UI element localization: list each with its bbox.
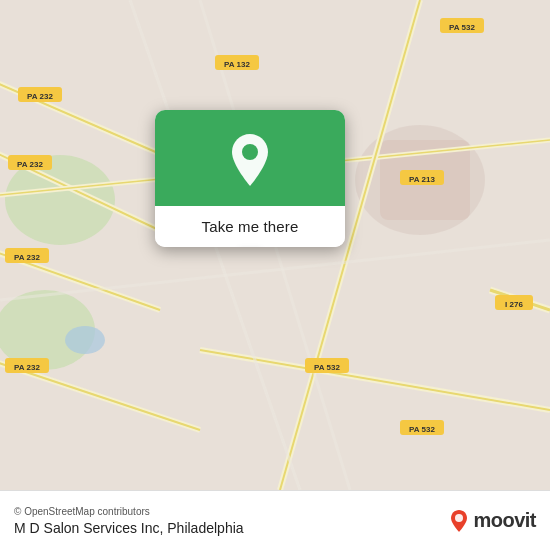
attribution-text: © OpenStreetMap contributors — [14, 506, 244, 517]
popup-card: Take me there — [155, 110, 345, 247]
svg-text:I 276: I 276 — [505, 300, 523, 309]
svg-text:PA 232: PA 232 — [27, 92, 53, 101]
bottom-left: © OpenStreetMap contributors M D Salon S… — [14, 506, 244, 536]
take-me-there-button[interactable]: Take me there — [155, 206, 345, 247]
bottom-bar: © OpenStreetMap contributors M D Salon S… — [0, 490, 550, 550]
svg-point-46 — [455, 514, 463, 522]
map-container: PA 232 PA 232 PA 232 PA 232 PA 132 PA 53… — [0, 0, 550, 490]
svg-point-45 — [242, 144, 258, 160]
svg-text:PA 232: PA 232 — [14, 253, 40, 262]
svg-text:PA 213: PA 213 — [409, 175, 435, 184]
business-name: M D Salon Services Inc, Philadelphia — [14, 520, 244, 536]
svg-text:PA 232: PA 232 — [17, 160, 43, 169]
svg-text:PA 532: PA 532 — [314, 363, 340, 372]
svg-text:PA 132: PA 132 — [224, 60, 250, 69]
svg-point-5 — [65, 326, 105, 354]
moovit-logo[interactable]: moovit — [449, 509, 536, 533]
svg-text:PA 532: PA 532 — [409, 425, 435, 434]
svg-text:PA 232: PA 232 — [14, 363, 40, 372]
moovit-logo-pin-icon — [449, 509, 469, 533]
location-pin-icon — [226, 132, 274, 188]
popup-green-area — [155, 110, 345, 206]
moovit-text: moovit — [473, 509, 536, 532]
svg-text:PA 532: PA 532 — [449, 23, 475, 32]
